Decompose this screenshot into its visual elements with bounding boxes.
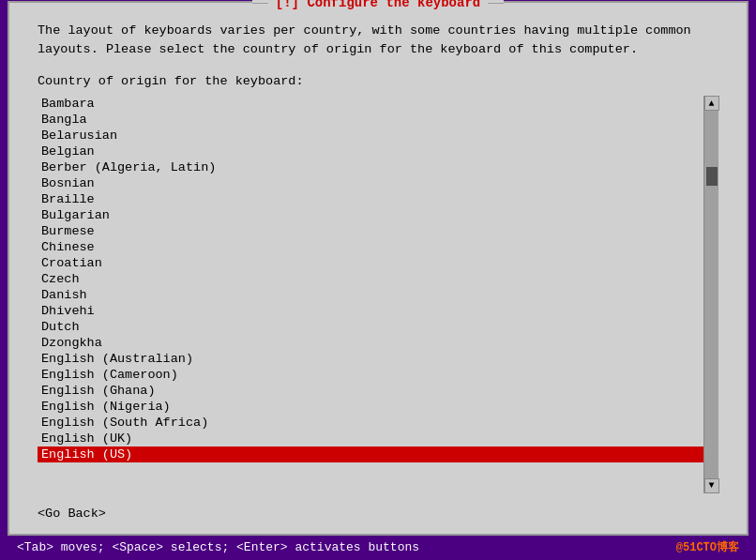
list-item[interactable]: Bulgarian	[38, 207, 703, 223]
list-item[interactable]: Czech	[38, 271, 703, 287]
go-back-button[interactable]: <Go Back>	[38, 503, 718, 524]
list-item[interactable]: Belgian	[38, 144, 703, 159]
scroll-thumb	[706, 167, 718, 186]
window-title: [!] Configure the keyboard	[268, 0, 488, 10]
scrollbar[interactable]: ▲ ▼	[703, 96, 718, 493]
description-line1: The layout of keyboards varies per count…	[38, 22, 718, 40]
list-item[interactable]: Croatian	[38, 255, 703, 271]
list-item[interactable]: Braille	[38, 191, 703, 207]
description-line2: layouts. Please select the country of or…	[38, 40, 718, 59]
list-item[interactable]: Dzongkha	[38, 335, 703, 351]
watermark: @51CTO博客	[676, 539, 739, 555]
list-container: BambaraBanglaBelarusianBelgianBerber (Al…	[38, 96, 718, 493]
keyboard-list[interactable]: BambaraBanglaBelarusianBelgianBerber (Al…	[38, 96, 703, 493]
list-item[interactable]: English (South Africa)	[38, 415, 703, 431]
list-item[interactable]: Dutch	[38, 319, 703, 335]
scroll-track	[705, 111, 718, 478]
bottom-hint: <Tab> moves; <Space> selects; <Enter> ac…	[17, 540, 419, 554]
scroll-down-arrow[interactable]: ▼	[704, 478, 719, 493]
list-item[interactable]: English (UK)	[38, 431, 703, 446]
list-item[interactable]: Burmese	[38, 223, 703, 239]
prompt-label: Country of origin for the keyboard:	[38, 74, 718, 88]
list-item[interactable]: English (Nigeria)	[38, 399, 703, 415]
list-item[interactable]: English (Australian)	[38, 351, 703, 367]
list-item[interactable]: Belarusian	[38, 128, 703, 144]
list-item[interactable]: Danish	[38, 287, 703, 303]
title-bar: —— [!] Configure the keyboard ——	[252, 0, 504, 14]
dialog-window: —— [!] Configure the keyboard —— The lay…	[8, 1, 748, 536]
main-content: The layout of keyboards varies per count…	[9, 3, 747, 534]
description: The layout of keyboards varies per count…	[38, 22, 718, 60]
list-item[interactable]: Chinese	[38, 239, 703, 255]
list-item[interactable]: Dhivehi	[38, 303, 703, 319]
list-item[interactable]: Bambara	[38, 96, 703, 112]
list-item[interactable]: Bosnian	[38, 175, 703, 191]
list-item[interactable]: English (Ghana)	[38, 383, 703, 399]
list-item[interactable]: English (US)	[38, 446, 703, 462]
list-item[interactable]: Bangla	[38, 112, 703, 128]
list-item[interactable]: Berber (Algeria, Latin)	[38, 159, 703, 175]
list-item[interactable]: English (Cameroon)	[38, 367, 703, 383]
scroll-up-arrow[interactable]: ▲	[704, 96, 719, 111]
bottom-bar: <Tab> moves; <Space> selects; <Enter> ac…	[8, 536, 748, 560]
